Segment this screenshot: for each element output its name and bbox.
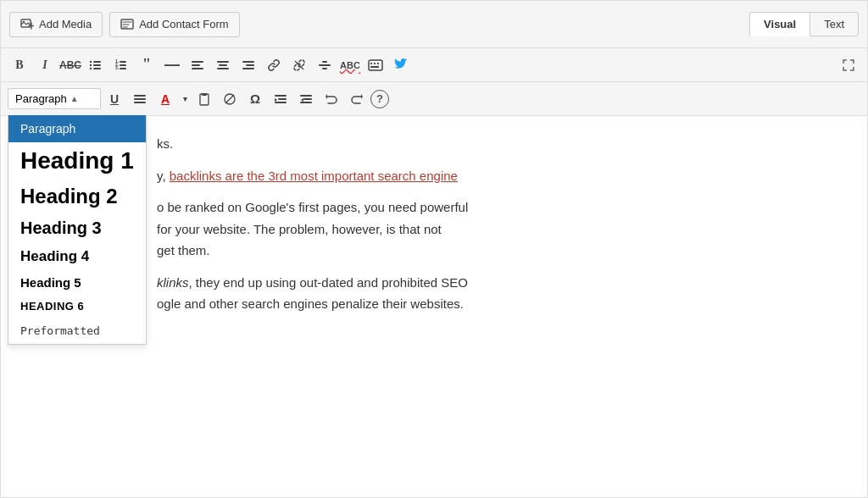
text-color-button[interactable]: A (153, 87, 177, 111)
top-toolbar: Add Media Add Contact Form Visual Text (1, 1, 867, 48)
ordered-list-button[interactable]: 1.2.3. (109, 53, 133, 77)
svg-rect-19 (219, 64, 227, 66)
strikethrough-button[interactable]: ABC (58, 53, 82, 77)
indent-button[interactable] (269, 87, 292, 111)
expand-icon (842, 58, 855, 72)
svg-rect-12 (120, 64, 126, 66)
contact-icon (120, 18, 134, 31)
horizontal-rule-button[interactable]: — (160, 53, 184, 77)
media-icon (20, 18, 34, 31)
svg-rect-25 (319, 64, 331, 66)
svg-rect-22 (246, 64, 254, 66)
svg-rect-40 (275, 95, 287, 97)
svg-rect-21 (242, 61, 254, 63)
text-color-arrow[interactable]: ▾ (179, 87, 191, 111)
paste-icon (198, 92, 211, 106)
add-media-button[interactable]: Add Media (9, 12, 103, 37)
svg-line-39 (225, 95, 234, 103)
svg-rect-34 (134, 98, 146, 100)
svg-rect-37 (202, 93, 207, 96)
content-p2: y, backlinks are the 3rd most important … (157, 165, 847, 187)
svg-point-3 (90, 60, 92, 62)
tab-visual[interactable]: Visual (749, 12, 810, 36)
dropdown-item-h5[interactable]: Heading 5 (8, 270, 146, 295)
clear-format-icon (223, 92, 236, 106)
justify-button[interactable] (128, 87, 152, 111)
italic-button[interactable]: I (33, 53, 57, 77)
editor-wrapper: Add Media Add Contact Form Visual Text B… (0, 0, 868, 498)
dropdown-item-paragraph[interactable]: Paragraph (8, 115, 146, 142)
tab-text[interactable]: Text (810, 12, 859, 36)
undo-button[interactable] (320, 87, 343, 111)
help-button[interactable]: ? (370, 90, 389, 108)
keyboard-icon (368, 58, 383, 72)
svg-point-5 (90, 64, 92, 65)
content-p4: klinks, they end up using out-dated and … (157, 272, 847, 315)
keyboard-shortcut-button[interactable] (364, 53, 387, 77)
redo-icon (350, 92, 364, 106)
svg-rect-20 (217, 68, 229, 69)
dropdown-item-preformatted[interactable]: Preformatted (8, 318, 146, 344)
svg-rect-23 (242, 68, 254, 69)
backlinks-link[interactable]: backlinks are the 3rd most important sea… (170, 169, 458, 183)
editor-content[interactable]: ks. y, backlinks are the 3rd most import… (136, 116, 867, 498)
twitter-button[interactable] (389, 53, 413, 77)
undo-icon (325, 92, 338, 106)
spellcheck-button[interactable]: ABC (338, 53, 362, 77)
svg-rect-18 (217, 61, 229, 63)
blockquote-button[interactable]: " (135, 53, 159, 77)
klinks-italic: klinks (157, 275, 189, 290)
add-contact-button[interactable]: Add Contact Form (109, 12, 240, 37)
align-center-button[interactable] (211, 53, 235, 77)
unlink-button[interactable] (287, 53, 311, 77)
more-toolbar-button[interactable] (313, 53, 337, 77)
svg-rect-10 (120, 61, 126, 63)
svg-rect-14 (120, 68, 126, 69)
visual-text-tabs: Visual Text (749, 12, 859, 36)
dropdown-item-h3[interactable]: Heading 3 (8, 213, 146, 243)
svg-rect-35 (134, 102, 146, 103)
align-left-button[interactable] (186, 53, 209, 77)
dropdown-arrow-icon: ▲ (70, 94, 93, 103)
indent-icon (274, 92, 287, 106)
link-icon (267, 58, 281, 72)
content-p1: ks. (157, 133, 847, 155)
align-right-button[interactable] (236, 53, 260, 77)
svg-point-7 (90, 67, 92, 69)
twitter-icon (393, 58, 409, 72)
svg-rect-44 (303, 98, 312, 100)
svg-rect-42 (275, 102, 287, 103)
svg-rect-15 (192, 61, 203, 63)
bold-button[interactable]: B (8, 53, 31, 77)
svg-rect-17 (192, 68, 203, 69)
link-button[interactable] (262, 53, 286, 77)
paragraph-select-label: Paragraph (15, 92, 67, 105)
paragraph-format-dropdown: Paragraph Heading 1 Heading 2 Heading 3 … (8, 115, 147, 345)
outdent-button[interactable] (294, 87, 318, 111)
align-center-icon (216, 58, 230, 72)
clear-format-button[interactable] (218, 87, 242, 111)
svg-rect-6 (93, 64, 101, 66)
add-contact-label: Add Contact Form (139, 18, 229, 30)
svg-rect-32 (370, 66, 379, 68)
dropdown-item-h1[interactable]: Heading 1 (8, 142, 146, 180)
unordered-list-button[interactable] (84, 53, 108, 77)
svg-rect-16 (192, 64, 200, 66)
svg-rect-26 (322, 61, 327, 63)
top-bar-left: Add Media Add Contact Form (9, 12, 240, 37)
expand-button[interactable] (837, 53, 860, 77)
format-toolbar-2: Paragraph ▲ U A ▾ Ω ? Paragraph (1, 82, 867, 116)
svg-rect-4 (93, 61, 101, 63)
dropdown-item-h4[interactable]: Heading 4 (8, 243, 146, 270)
justify-icon (133, 92, 147, 106)
paste-text-button[interactable] (192, 87, 216, 111)
redo-button[interactable] (345, 87, 369, 111)
underline-button[interactable]: U (103, 87, 126, 111)
dropdown-item-h6[interactable]: HEADING 6 (8, 295, 146, 318)
dropdown-item-h2[interactable]: Heading 2 (8, 180, 146, 213)
paragraph-format-select[interactable]: Paragraph ▲ (8, 88, 101, 109)
special-chars-button[interactable]: Ω (243, 87, 267, 111)
unlink-icon (292, 58, 306, 72)
svg-rect-28 (369, 60, 382, 70)
svg-rect-33 (134, 95, 146, 97)
